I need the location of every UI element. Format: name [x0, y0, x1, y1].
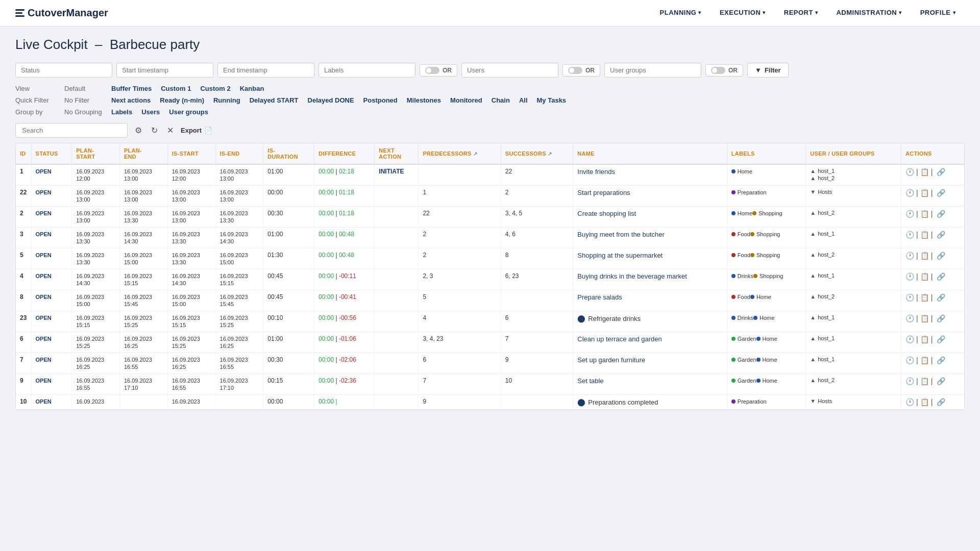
clock-icon[interactable]: 🕐	[905, 272, 914, 281]
brand-name: CutoverManager	[28, 7, 108, 19]
user-icon: ▲	[810, 175, 816, 181]
qf-next-actions[interactable]: Next actions	[108, 95, 154, 105]
link-chain-icon[interactable]: 🔗	[937, 231, 945, 239]
link-chain-icon[interactable]: 🔗	[937, 210, 945, 218]
row-name[interactable]: Set table	[577, 377, 603, 385]
gb-user-groups[interactable]: User groups	[166, 107, 211, 117]
copy-icon[interactable]: 📋	[920, 398, 929, 406]
qf-my-tasks[interactable]: My Tasks	[534, 95, 570, 105]
row-name[interactable]: Buying meet from the butcher	[577, 231, 665, 238]
clock-icon[interactable]: 🕐	[905, 168, 914, 176]
copy-icon[interactable]: 📋	[920, 293, 929, 302]
clock-icon[interactable]: 🕐	[905, 398, 914, 406]
nav-planning[interactable]: PLANNING ▾	[651, 0, 710, 27]
row-name[interactable]: Set up garden furniture	[577, 356, 645, 364]
link-chain-icon[interactable]: 🔗	[937, 272, 945, 281]
qf-chain[interactable]: Chain	[488, 95, 513, 105]
status-filter[interactable]	[15, 63, 112, 78]
label-text: Preparation	[738, 189, 767, 195]
nav-execution[interactable]: EXECUTION ▾	[710, 0, 775, 27]
clock-icon[interactable]: 🕐	[905, 377, 914, 385]
qf-delayed-start[interactable]: Delayed START	[247, 95, 302, 105]
clock-icon[interactable]: 🕐	[905, 189, 914, 197]
clock-icon[interactable]: 🕐	[905, 314, 914, 322]
copy-icon[interactable]: 📋	[920, 335, 929, 343]
clock-icon[interactable]: 🕐	[905, 356, 914, 364]
nav-profile[interactable]: PROFILE ▾	[911, 0, 965, 27]
link-chain-icon[interactable]: 🔗	[937, 335, 945, 343]
end-timestamp-filter[interactable]	[217, 63, 314, 78]
label-tag: Shopping	[750, 252, 780, 258]
row-name[interactable]: Create shopping list	[577, 210, 636, 217]
row-name[interactable]: Start preparations	[577, 189, 630, 196]
row-name[interactable]: Invite friends	[577, 168, 615, 176]
link-chain-icon[interactable]: 🔗	[937, 168, 945, 176]
link-chain-icon[interactable]: 🔗	[937, 189, 945, 197]
link-chain-icon[interactable]: 🔗	[937, 377, 945, 385]
copy-icon[interactable]: 📋	[920, 314, 929, 322]
col-name: NAME	[573, 143, 727, 164]
user-groups-filter[interactable]	[604, 63, 701, 78]
clear-icon[interactable]: ✕	[165, 123, 176, 137]
view-custom1[interactable]: Custom 1	[158, 84, 194, 93]
copy-icon[interactable]: 📋	[920, 168, 929, 176]
view-custom2[interactable]: Custom 2	[197, 84, 233, 93]
row-plan-end: 16.09.202317:10	[124, 378, 152, 391]
qf-all[interactable]: All	[516, 95, 531, 105]
user-row: ▲host_1	[810, 168, 897, 174]
labels-toggle-switch[interactable]	[425, 67, 439, 74]
labels-filter[interactable]	[318, 63, 415, 78]
link-chain-icon[interactable]: 🔗	[937, 252, 945, 260]
clock-icon[interactable]: 🕐	[905, 293, 914, 302]
usergroups-toggle-switch[interactable]	[711, 67, 725, 74]
nav-administration[interactable]: ADMINISTRATION ▾	[827, 0, 911, 27]
row-name[interactable]: Shopping at the supermarket	[577, 252, 663, 259]
refresh-icon[interactable]: ↻	[149, 123, 160, 137]
row-name[interactable]: ⬤ Refrigerate drinks	[577, 314, 723, 322]
link-chain-icon[interactable]: 🔗	[937, 293, 945, 302]
copy-icon[interactable]: 📋	[920, 231, 929, 239]
qf-postponed[interactable]: Postponed	[360, 95, 401, 105]
users-filter[interactable]	[461, 63, 558, 78]
clock-icon[interactable]: 🕐	[905, 231, 914, 239]
qf-running[interactable]: Running	[210, 95, 243, 105]
row-is-duration: 00:15	[267, 377, 283, 384]
table-row: 8OPEN16.09.202315:0016.09.202315:4516.09…	[16, 290, 964, 311]
export-button[interactable]: Export 📄	[181, 127, 212, 134]
qf-ready[interactable]: Ready (n-min)	[157, 95, 207, 105]
row-status: OPEN	[36, 398, 52, 405]
link-chain-icon[interactable]: 🔗	[937, 356, 945, 364]
copy-icon[interactable]: 📋	[920, 252, 929, 260]
clock-icon[interactable]: 🕐	[905, 210, 914, 218]
search-input[interactable]	[15, 123, 128, 138]
qf-monitored[interactable]: Monitored	[447, 95, 485, 105]
users-toggle-switch[interactable]	[568, 67, 582, 74]
view-buffer-times[interactable]: Buffer Times	[108, 84, 155, 93]
copy-icon[interactable]: 📋	[920, 189, 929, 197]
user-row: ▲host_1	[810, 335, 897, 341]
clock-icon[interactable]: 🕐	[905, 335, 914, 343]
row-name[interactable]: Clean up terrace and garden	[577, 335, 662, 343]
copy-icon[interactable]: 📋	[920, 272, 929, 281]
start-timestamp-filter[interactable]	[116, 63, 213, 78]
row-diff-zero: 00:00	[318, 293, 334, 300]
nav-report[interactable]: REPORT ▾	[775, 0, 827, 27]
row-name[interactable]: ⬤ Preparations completed	[577, 398, 723, 406]
link-chain-icon[interactable]: 🔗	[937, 398, 945, 406]
qf-milestones[interactable]: Milestones	[404, 95, 444, 105]
view-kanban[interactable]: Kanban	[237, 84, 267, 93]
gb-users[interactable]: Users	[138, 107, 163, 117]
row-name[interactable]: Buying drinks in the beverage market	[577, 272, 687, 280]
row-successors: 7	[505, 335, 509, 342]
gb-labels[interactable]: Labels	[108, 107, 135, 117]
link-chain-icon[interactable]: 🔗	[937, 314, 945, 322]
row-actions: 🕐 | 📋 | 🔗	[905, 293, 960, 302]
row-name[interactable]: Prepare salads	[577, 293, 622, 301]
filter-button[interactable]: ▼ Filter	[747, 63, 789, 78]
qf-delayed-done[interactable]: Delayed DONE	[305, 95, 357, 105]
filter-settings-icon[interactable]: ⚙	[133, 123, 144, 137]
clock-icon[interactable]: 🕐	[905, 252, 914, 260]
copy-icon[interactable]: 📋	[920, 210, 929, 218]
copy-icon[interactable]: 📋	[920, 377, 929, 385]
copy-icon[interactable]: 📋	[920, 356, 929, 364]
